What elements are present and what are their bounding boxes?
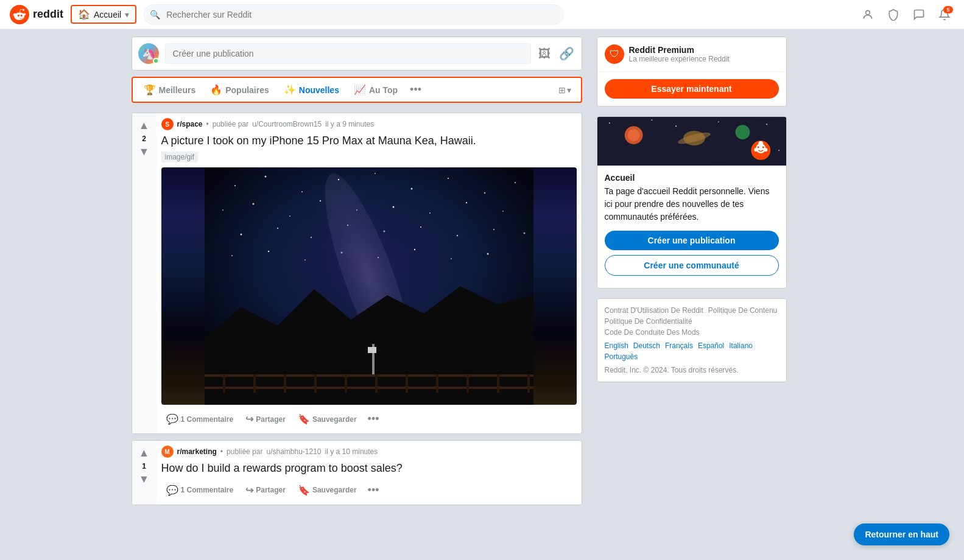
post-title[interactable]: How do I build a rewards program to boos… (161, 461, 577, 475)
scroll-to-top-button[interactable]: Retourner en haut (854, 523, 949, 545)
shield-icon-button[interactable] (884, 5, 903, 24)
link-button[interactable]: 🔗 (557, 44, 577, 63)
share-button[interactable]: ↪ Partager (241, 481, 290, 500)
sort-tab-populaires-label: Populaires (225, 85, 269, 95)
post-actions: 💬 1 Commentaire ↪ Partager 🔖 Sauvegarder… (161, 410, 577, 429)
footer-lang-deutsch[interactable]: Deutsch (633, 341, 660, 350)
more-actions-button[interactable]: ••• (364, 410, 383, 428)
svg-point-73 (758, 141, 763, 146)
search-input[interactable] (144, 4, 564, 25)
svg-point-8 (337, 179, 339, 180)
sort-tab-au-top[interactable]: 📈 Au Top (348, 80, 404, 99)
svg-rect-43 (253, 374, 256, 393)
home-card-title: Accueil (605, 173, 779, 183)
reddit-logo[interactable]: reddit (10, 5, 63, 24)
footer-link-content-policy[interactable]: Politique De Contenu (708, 306, 777, 315)
svg-point-17 (319, 200, 320, 201)
svg-rect-50 (466, 374, 469, 393)
footer-link-privacy[interactable]: Politique De Confidentialité (605, 317, 692, 326)
premium-title: Reddit Premium (629, 45, 730, 55)
comments-button[interactable]: 💬 1 Commentaire (161, 410, 239, 429)
svg-point-61 (608, 122, 610, 124)
home-dropdown-button[interactable]: 🏠 Accueil ▾ (71, 5, 136, 24)
trophy-icon: 🏆 (144, 84, 156, 96)
bookmark-icon: 🔖 (298, 485, 310, 496)
post-meta: S r/space • publiée par u/CourtroomBrown… (161, 118, 577, 130)
published-by-label: publiée par (227, 447, 262, 456)
svg-point-27 (383, 231, 385, 233)
svg-point-72 (764, 148, 767, 152)
comments-button[interactable]: 💬 1 Commentaire (161, 481, 239, 500)
header-actions: 5 (858, 5, 954, 24)
svg-point-25 (310, 237, 311, 238)
bookmark-icon: 🔖 (298, 413, 310, 425)
sort-tab-populaires[interactable]: 🔥 Populaires (204, 80, 275, 99)
post-author[interactable]: u/CourtroomBrown15 (252, 120, 322, 128)
post-time: il y a 9 minutes (325, 120, 374, 128)
downvote-button[interactable]: ▼ (138, 144, 151, 159)
share-icon: ↪ (245, 413, 253, 425)
svg-point-10 (410, 188, 412, 190)
post-subreddit[interactable]: r/marketing (177, 447, 217, 456)
search-bar: 🔍 (144, 4, 564, 25)
bell-icon-button[interactable]: 5 (935, 5, 954, 24)
image-upload-button[interactable]: 🖼 (536, 44, 553, 63)
published-by-label: publiée par (213, 120, 248, 128)
footer-lang-espanol[interactable]: Español (698, 341, 724, 350)
sort-tab-meilleurs[interactable]: 🏆 Meilleurs (138, 80, 202, 99)
sort-more-button[interactable]: ••• (406, 81, 425, 99)
svg-point-28 (420, 226, 421, 228)
svg-point-70 (762, 146, 764, 148)
svg-point-29 (456, 235, 457, 236)
more-actions-button[interactable]: ••• (364, 481, 383, 499)
svg-point-62 (651, 119, 652, 121)
subreddit-avatar: M (161, 446, 174, 458)
svg-point-15 (252, 203, 254, 205)
svg-rect-45 (314, 374, 317, 393)
downvote-button[interactable]: ▼ (138, 472, 151, 487)
footer-lang-italiano[interactable]: Italiano (729, 341, 753, 350)
post-subreddit[interactable]: r/space (177, 120, 203, 128)
post-author[interactable]: u/shambhu-1210 (266, 447, 321, 456)
create-community-button[interactable]: Créer une communauté (605, 255, 779, 276)
share-button[interactable]: ↪ Partager (241, 410, 290, 429)
sort-tab-nouvelles[interactable]: ✨ Nouvelles (278, 80, 345, 99)
premium-cta-button[interactable]: Essayer maintenant (605, 79, 779, 99)
save-button[interactable]: 🔖 Sauvegarder (293, 481, 362, 500)
sort-tabs: 🏆 Meilleurs 🔥 Populaires ✨ Nouvelles 📈 A… (132, 77, 582, 103)
post-meta: M r/marketing • publiée par u/shambhu-12… (161, 446, 577, 458)
save-button[interactable]: 🔖 Sauvegarder (293, 410, 362, 429)
svg-point-19 (392, 206, 394, 208)
view-toggle-button[interactable]: ⊞ ▾ (554, 83, 576, 97)
svg-rect-49 (436, 374, 438, 393)
post-flair[interactable]: image/gif (161, 152, 199, 163)
footer-links-grid: Contrat D'Utilisation De Reddit Politiqu… (605, 306, 779, 337)
home-card-banner (597, 117, 786, 166)
footer-link-mod-guidelines[interactable]: Code De Conduite Des Mods (605, 328, 700, 337)
footer-link-tos[interactable]: Contrat D'Utilisation De Reddit (605, 306, 703, 315)
svg-point-36 (378, 257, 379, 258)
svg-rect-54 (368, 347, 376, 353)
view-icon: ⊞ (558, 85, 566, 95)
svg-point-57 (627, 129, 639, 141)
create-post-input[interactable] (165, 43, 531, 64)
upvote-button[interactable]: ▲ (138, 118, 151, 133)
create-post-box: 🦄 🖼 🔗 (132, 37, 582, 71)
upvote-button[interactable]: ▲ (138, 446, 151, 461)
post-title[interactable]: A picture I took on my iPhone 15 Pro Max… (161, 134, 577, 148)
svg-point-20 (429, 212, 431, 214)
svg-point-21 (465, 202, 466, 203)
svg-point-22 (502, 211, 504, 212)
sparkle-icon: ✨ (284, 84, 296, 96)
create-post-sidebar-button[interactable]: Créer une publication (605, 231, 779, 250)
footer-lang-portugues[interactable]: Português (605, 352, 638, 361)
search-icon: 🔍 (150, 10, 160, 19)
premium-subtitle: La meilleure expérience Reddit (629, 55, 730, 63)
footer-lang-english[interactable]: English (605, 341, 628, 350)
chat-icon-button[interactable] (909, 5, 929, 24)
home-card-body: Accueil Ta page d'accueil Reddit personn… (597, 166, 786, 288)
login-icon-button[interactable] (858, 5, 878, 24)
svg-point-34 (304, 259, 306, 261)
svg-rect-47 (375, 374, 378, 393)
footer-lang-francais[interactable]: Français (665, 341, 693, 350)
